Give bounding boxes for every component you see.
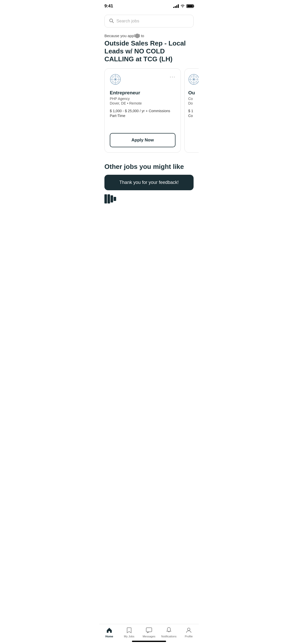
battery-icon: [186, 4, 194, 8]
partial-logos: [104, 194, 194, 203]
status-icons: [173, 4, 194, 8]
search-bar[interactable]: Search jobs: [104, 15, 194, 27]
applied-section: Because you applied to Outside Sales Rep…: [104, 34, 194, 63]
job-title-2-partial: Ou: [188, 90, 199, 96]
job-location-2-partial: Do: [188, 101, 199, 105]
wifi-icon: [180, 4, 185, 8]
more-options-button-1[interactable]: ···: [170, 74, 175, 80]
card-header-1: ···: [110, 74, 175, 86]
status-bar: 9:41: [99, 0, 199, 11]
svg-line-1: [112, 22, 114, 23]
applied-subtitle: Because you applied to: [104, 34, 194, 38]
job-card-2-partial: Ou Co Do $ 1 Co: [184, 68, 199, 153]
search-icon: [109, 18, 114, 24]
svg-point-8: [115, 79, 116, 80]
job-card-1: ··· Entrepreneur PHP Agency Dover, DE • …: [104, 68, 181, 153]
company-name-2-partial: Co: [188, 97, 199, 101]
main-content: Search jobs Because you applied to Outsi…: [99, 11, 199, 161]
job-salary-1: $ 1,000 - $ 25,000 / yr + Commissions: [110, 109, 175, 113]
job-salary-2-partial: $ 1: [188, 109, 199, 113]
partial-logo-icon: [104, 194, 116, 203]
job-location-1: Dover, DE • Remote: [110, 101, 175, 105]
other-jobs-section: Other jobs you might like: [99, 163, 199, 171]
applied-title: Outside Sales Rep - Local Leads w/ NO CO…: [104, 39, 194, 63]
company-name-1: PHP Agency: [110, 97, 175, 101]
feedback-toast: Thank you for your feedback!: [104, 175, 194, 190]
search-input[interactable]: Search jobs: [116, 19, 189, 24]
company-logo-2: [188, 74, 199, 86]
company-logo-1: [110, 74, 121, 86]
job-title-1: Entrepreneur: [110, 90, 175, 96]
job-cards-scroll[interactable]: ··· Entrepreneur PHP Agency Dover, DE • …: [99, 68, 199, 157]
other-jobs-title: Other jobs you might like: [104, 163, 194, 171]
apply-now-button-1[interactable]: Apply Now: [110, 133, 175, 147]
bottom-spacer: [99, 203, 199, 234]
card-header-2: [188, 74, 199, 86]
job-type-1: Part-Time: [110, 114, 175, 118]
signal-bars-icon: [173, 4, 179, 8]
status-time: 9:41: [104, 4, 113, 9]
job-type-2-partial: Co: [188, 114, 199, 118]
svg-point-15: [193, 79, 195, 80]
scroll-dot: [135, 34, 140, 38]
